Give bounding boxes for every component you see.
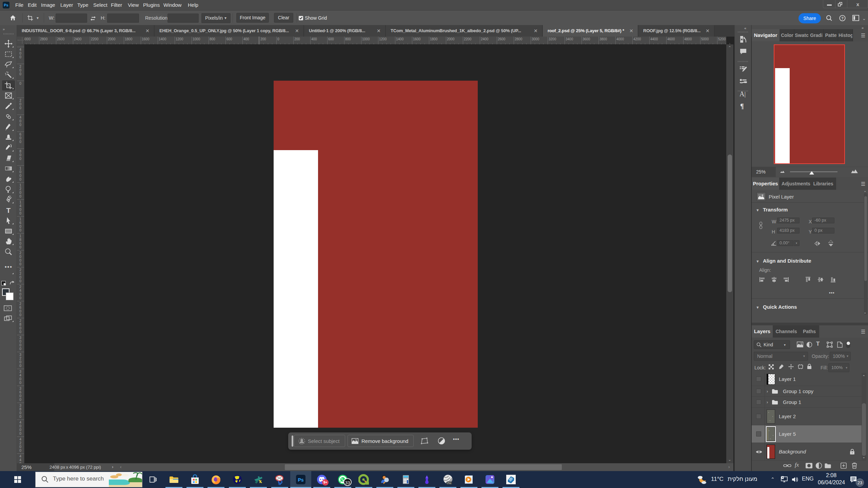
svg-text:?: ? — [841, 16, 844, 20]
svg-text:Pro: Pro — [448, 482, 451, 484]
svg-text:Ps: Ps — [298, 477, 303, 483]
svg-text:T: T — [6, 206, 11, 214]
